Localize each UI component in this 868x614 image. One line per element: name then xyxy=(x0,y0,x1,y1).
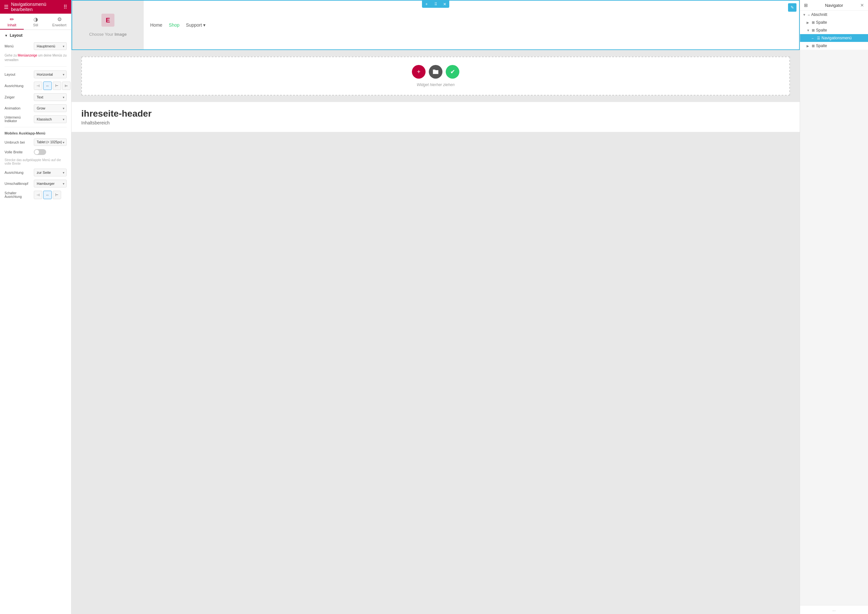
divider-1 xyxy=(5,66,67,67)
umbruch-label: Umbruch bei xyxy=(5,140,34,144)
navigator-icon: ⊞ xyxy=(804,3,808,8)
align-right-btn[interactable]: ⊢ xyxy=(53,82,61,90)
tab-stil-icon: ◑ xyxy=(33,16,38,22)
umschalt-control: Hamburger xyxy=(34,180,67,188)
drop-zone: + ✔ Widget hierher ziehen xyxy=(81,57,790,96)
tree-toggle-nav[interactable]: – xyxy=(812,36,817,40)
widget-move-btn[interactable]: ⠿ xyxy=(431,1,440,8)
untermenu-label: Untermenü Indikator xyxy=(5,116,34,123)
animation-row: Animation Grow xyxy=(5,104,67,112)
nav-area: Home Shop Support ▾ xyxy=(144,19,799,31)
layout-control: Horizontal xyxy=(34,70,67,78)
umschalt-label: Umschaltknopf xyxy=(5,181,34,186)
layout-collapse-arrow[interactable]: ▼ xyxy=(5,34,8,37)
align-left-btn[interactable]: ⊣ xyxy=(34,82,42,90)
tree-icon-abschnitt: – xyxy=(808,13,810,17)
align-center-btn[interactable]: ↔ xyxy=(43,82,52,90)
tree-toggle-abschnitt[interactable]: ▼ xyxy=(803,13,808,17)
untermenu-select[interactable]: Klassisch xyxy=(34,115,67,123)
untermenu-control: Klassisch xyxy=(34,115,67,123)
tab-erweitert-label: Erweitert xyxy=(52,23,66,27)
svg-text:E: E xyxy=(106,17,110,24)
schalter-row: Schalter Ausrichtung ⊣ ↔ ⊢ xyxy=(5,191,67,199)
left-sidebar: ☰ Navigationsmenü bearbeiten ⠿ ✏ Inhalt … xyxy=(0,0,72,614)
nav-shop[interactable]: Shop xyxy=(169,22,179,28)
elementor-icon: E xyxy=(101,14,114,29)
section-heading: ihreseite-header xyxy=(81,109,790,119)
tab-inhalt[interactable]: ✏ Inhalt xyxy=(0,14,24,29)
schalter-label: Schalter Ausrichtung xyxy=(5,191,34,198)
widget-delete-btn[interactable]: ✕ xyxy=(440,1,449,8)
drop-check-btn[interactable]: ✔ xyxy=(446,65,459,79)
sidebar-header: ☰ Navigationsmenü bearbeiten ⠿ xyxy=(0,0,71,14)
tree-item-spalte-3[interactable]: ▶ ⊞ Spalte xyxy=(800,42,868,50)
drop-add-btn[interactable]: + xyxy=(412,65,426,79)
tabs-row: ✏ Inhalt ◑ Stil ⚙ Erweitert xyxy=(0,14,71,30)
drop-folder-btn[interactable] xyxy=(429,65,442,79)
zeiger-select[interactable]: Text xyxy=(34,93,67,101)
drop-zone-buttons: + ✔ xyxy=(412,65,459,79)
ausrichtung-mobile-label: Ausrichtung xyxy=(5,171,34,174)
layout-row: Layout Horizontal xyxy=(5,70,67,78)
tab-inhalt-icon: ✏ xyxy=(10,16,14,22)
tree-item-navigationsmenu[interactable]: – ☰ Navigationsmenü xyxy=(800,34,868,42)
animation-select[interactable]: Grow xyxy=(34,104,67,112)
section-content: ihreseite-header Inhaltsbereich xyxy=(72,102,800,132)
tree-toggle-spalte-3[interactable]: ▶ xyxy=(807,44,812,48)
tree-icon-spalte-2: ⊞ xyxy=(812,28,815,33)
animation-label: Animation xyxy=(5,106,34,110)
tab-erweitert[interactable]: ⚙ Erweitert xyxy=(47,14,71,29)
nav-support[interactable]: Support ▾ xyxy=(186,22,205,28)
tree-item-spalte-2[interactable]: ▼ ⊞ Spalte xyxy=(800,26,868,34)
canvas-area: + ⠿ ✕ E Choose Your Image xyxy=(72,0,800,614)
schalter-align-right[interactable]: ⊢ xyxy=(53,191,61,199)
ausrichtung-control: ⊣ ↔ ⊢ ⊨ xyxy=(34,82,70,90)
umschalt-select[interactable]: Hamburger xyxy=(34,180,67,188)
tab-stil[interactable]: ◑ Stil xyxy=(24,14,47,29)
divider-2 xyxy=(5,127,67,127)
zeiger-label: Zeiger xyxy=(5,95,34,99)
menu-control: Hauptmenü xyxy=(34,42,67,50)
layout-title-text: Layout xyxy=(10,33,22,38)
schalter-align-center[interactable]: ↔ xyxy=(43,191,52,199)
tree-item-spalte-1[interactable]: ▶ ⊞ Spalte xyxy=(800,19,868,26)
tree-icon-nav: ☰ xyxy=(817,36,820,40)
navigator-close-btn[interactable]: ✕ xyxy=(860,3,864,8)
umbruch-select[interactable]: Tablet (< 1025px) xyxy=(34,138,67,146)
nav-home[interactable]: Home xyxy=(150,22,162,28)
mobile-section-title: Mobiles Ausklapp-Menü xyxy=(5,131,67,135)
menu-select[interactable]: Hauptmenü xyxy=(34,42,67,50)
tree-item-abschnitt[interactable]: ▼ – Abschnitt xyxy=(800,11,868,19)
ausrichtung-mobile-control: zur Seite xyxy=(34,169,67,177)
schalter-control: ⊣ ↔ ⊢ xyxy=(34,191,67,199)
header-widget-inner: E Choose Your Image Home Shop Support ▾ xyxy=(72,1,799,50)
volle-breite-row: Volle Breite xyxy=(5,149,67,155)
section-subheading: Inhaltsbereich xyxy=(81,120,790,126)
menu-hint: Gehe zu Menüanzeige um deine Menüs zu ve… xyxy=(5,53,67,62)
tab-inhalt-label: Inhalt xyxy=(8,23,16,27)
tree-icon-spalte-1: ⊞ xyxy=(812,20,815,25)
untermenu-row: Untermenü Indikator Klassisch xyxy=(5,115,67,123)
umbruch-control: Tablet (< 1025px) xyxy=(34,138,67,146)
grid-icon[interactable]: ⠿ xyxy=(64,4,67,10)
schalter-align-left[interactable]: ⊣ xyxy=(34,191,42,199)
zeiger-control: Text xyxy=(34,93,67,101)
tree-icon-spalte-3: ⊞ xyxy=(812,44,815,48)
align-justify-btn[interactable]: ⊨ xyxy=(62,82,70,90)
image-placeholder[interactable]: E Choose Your Image xyxy=(72,1,144,50)
zeiger-row: Zeiger Text xyxy=(5,93,67,101)
volle-breite-control xyxy=(34,149,67,155)
main-area: + ⠿ ✕ E Choose Your Image xyxy=(72,0,800,614)
layout-select[interactable]: Horizontal xyxy=(34,70,67,78)
ausrichtung-mobile-select[interactable]: zur Seite xyxy=(34,169,67,177)
widget-edit-btn[interactable]: ✎ xyxy=(788,3,796,12)
menu-hint-link[interactable]: Menüanzeige xyxy=(18,54,37,57)
hamburger-icon[interactable]: ☰ xyxy=(4,4,8,10)
nav-panel-footer: ... xyxy=(800,605,868,614)
volle-breite-toggle[interactable] xyxy=(34,149,46,155)
tree-toggle-spalte-2[interactable]: ▼ xyxy=(807,29,812,32)
umbruch-row: Umbruch bei Tablet (< 1025px) xyxy=(5,138,67,146)
widget-toolbar: + ⠿ ✕ xyxy=(422,1,449,8)
widget-add-btn[interactable]: + xyxy=(422,1,431,8)
tree-toggle-spalte-1[interactable]: ▶ xyxy=(807,21,812,24)
